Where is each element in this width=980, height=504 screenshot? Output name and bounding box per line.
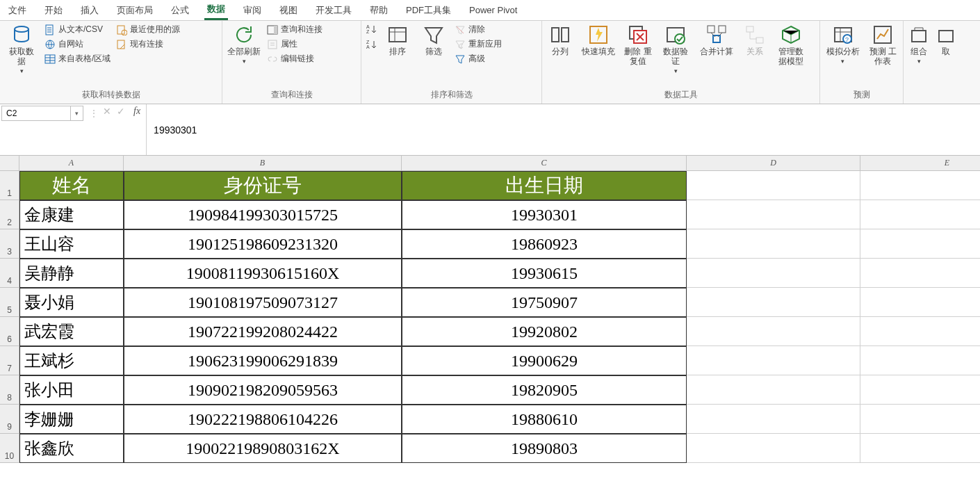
cell[interactable]	[687, 171, 860, 200]
cell[interactable]: 19900629	[402, 346, 687, 375]
row-header-5[interactable]: 5	[0, 288, 19, 317]
cell[interactable]: 190623199006291839	[124, 346, 402, 375]
row-header-10[interactable]: 10	[0, 434, 19, 463]
remove-duplicates-button[interactable]: 删除 重复值	[623, 24, 653, 67]
cell[interactable]	[860, 171, 980, 200]
filter-button[interactable]: 筛选	[418, 24, 449, 57]
cell[interactable]: 张鑫欣	[19, 434, 124, 463]
cell[interactable]: 李姗姗	[19, 405, 124, 434]
from-web-button[interactable]: 自网站	[44, 38, 111, 50]
row-header-2[interactable]: 2	[0, 200, 19, 229]
cell[interactable]: 19008119930615160X	[124, 259, 402, 288]
cell[interactable]	[860, 346, 980, 375]
cell[interactable]	[687, 346, 860, 375]
cell[interactable]: 190984199303015725	[124, 200, 402, 229]
tab-file[interactable]: 文件	[6, 1, 29, 19]
cell[interactable]: 19750907	[402, 288, 687, 317]
column-header-B[interactable]: B	[124, 156, 402, 171]
header-cell-name[interactable]: 姓名	[19, 171, 124, 200]
cell[interactable]	[687, 259, 860, 288]
cell[interactable]: 190902198209059563	[124, 375, 402, 405]
sort-desc-button[interactable]: ZA	[366, 39, 377, 50]
sort-asc-button[interactable]: AZ	[366, 24, 377, 35]
ungroup-button[interactable]: 取	[936, 24, 956, 57]
name-box[interactable]	[1, 106, 71, 121]
get-data-button[interactable]: 获取数 据▾	[4, 24, 39, 74]
sort-button[interactable]: 排序	[382, 24, 413, 57]
tab-review[interactable]: 审阅	[240, 1, 264, 19]
row-header-8[interactable]: 8	[0, 375, 19, 405]
cell[interactable]	[687, 405, 860, 434]
cell[interactable]: 19880610	[402, 405, 687, 434]
text-to-columns-button[interactable]: 分列	[546, 24, 574, 57]
cell[interactable]	[860, 317, 980, 346]
data-model-button[interactable]: 管理数 据模型	[774, 24, 808, 67]
cell[interactable]: 王山容	[19, 229, 124, 259]
from-text-csv-button[interactable]: 从文本/CSV	[44, 24, 111, 35]
header-cell-id[interactable]: 身份证号	[124, 171, 402, 200]
cell[interactable]: 武宏霞	[19, 317, 124, 346]
refresh-all-button[interactable]: 全部刷新▾	[227, 24, 261, 65]
cell[interactable]: 19920802	[402, 317, 687, 346]
cancel-formula-icon[interactable]: ✕	[103, 106, 111, 117]
cell[interactable]	[687, 229, 860, 259]
consolidate-button[interactable]: 合并计算	[698, 24, 735, 57]
tab-formulas[interactable]: 公式	[168, 1, 192, 19]
cell[interactable]	[860, 200, 980, 229]
cell[interactable]: 190108197509073127	[124, 288, 402, 317]
cell[interactable]	[860, 405, 980, 434]
fx-icon[interactable]: fx	[125, 104, 146, 155]
tab-help[interactable]: 帮助	[367, 1, 391, 19]
cell[interactable]: 19820905	[402, 375, 687, 405]
tab-data[interactable]: 数据	[204, 0, 228, 20]
group-button[interactable]: 组合▾	[908, 24, 930, 65]
cell[interactable]: 19930301	[402, 200, 687, 229]
cell[interactable]: 吴静静	[19, 259, 124, 288]
cell[interactable]: 190222198806104226	[124, 405, 402, 434]
cell[interactable]	[860, 375, 980, 405]
queries-connections-button[interactable]: 查询和连接	[267, 24, 322, 35]
tab-pdf-tools[interactable]: PDF工具集	[403, 1, 454, 19]
column-header-D[interactable]: D	[687, 156, 860, 171]
tab-view[interactable]: 视图	[277, 1, 300, 19]
row-header-7[interactable]: 7	[0, 346, 19, 375]
forecast-sheet-button[interactable]: 预测 工作表	[867, 24, 899, 67]
enter-formula-icon[interactable]: ✓	[117, 106, 125, 117]
cell[interactable]	[860, 288, 980, 317]
existing-connections-button[interactable]: 现有连接	[116, 38, 180, 50]
cell[interactable]: 聂小娟	[19, 288, 124, 317]
tab-insert[interactable]: 插入	[78, 1, 101, 19]
header-cell-dob[interactable]: 出生日期	[402, 171, 687, 200]
cell[interactable]: 王斌杉	[19, 346, 124, 375]
cell[interactable]	[860, 434, 980, 463]
advanced-filter-button[interactable]: 高级	[455, 53, 502, 65]
row-header-9[interactable]: 9	[0, 405, 19, 434]
tab-home[interactable]: 开始	[42, 1, 65, 19]
cell[interactable]	[860, 259, 980, 288]
cell[interactable]	[687, 200, 860, 229]
tab-page-layout[interactable]: 页面布局	[114, 1, 156, 19]
cell[interactable]: 19930615	[402, 259, 687, 288]
tab-developer[interactable]: 开发工具	[313, 1, 354, 19]
cell[interactable]: 金康建	[19, 200, 124, 229]
cell[interactable]: 190125198609231320	[124, 229, 402, 259]
tab-power-pivot[interactable]: Power Pivot	[466, 2, 520, 18]
cell[interactable]	[687, 434, 860, 463]
cell[interactable]	[687, 375, 860, 405]
formula-input[interactable]	[146, 104, 980, 155]
column-header-A[interactable]: A	[19, 156, 124, 171]
row-header-1[interactable]: 1	[0, 171, 19, 200]
select-all-corner[interactable]	[0, 156, 19, 171]
cell[interactable]	[687, 288, 860, 317]
column-header-E[interactable]: E	[860, 156, 980, 171]
cell[interactable]: 19002219890803162X	[124, 434, 402, 463]
whatif-button[interactable]: ? 模拟分析▾	[824, 24, 861, 65]
cell[interactable]	[860, 229, 980, 259]
row-header-6[interactable]: 6	[0, 317, 19, 346]
column-header-C[interactable]: C	[402, 156, 687, 171]
row-header-3[interactable]: 3	[0, 229, 19, 259]
cell[interactable]: 张小田	[19, 375, 124, 405]
cell[interactable]: 190722199208024422	[124, 317, 402, 346]
flash-fill-button[interactable]: 快速填充	[580, 24, 617, 57]
name-box-dropdown[interactable]: ▾	[71, 106, 83, 121]
